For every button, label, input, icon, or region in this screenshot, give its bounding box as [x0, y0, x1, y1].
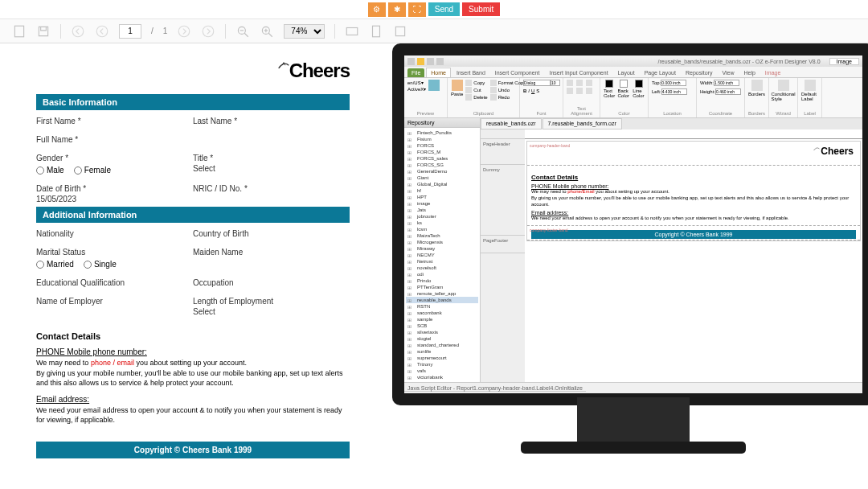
- loe-select[interactable]: Select: [193, 307, 350, 316]
- default-label-button[interactable]: Default Label: [801, 80, 818, 101]
- tree-item[interactable]: RSTN: [406, 303, 478, 310]
- height-input[interactable]: [715, 88, 741, 95]
- gear-icon[interactable]: ✱: [388, 2, 406, 17]
- prev-page-icon[interactable]: [95, 24, 109, 39]
- top-input[interactable]: [661, 80, 686, 86]
- tab-file[interactable]: File: [407, 68, 424, 77]
- tree-item[interactable]: Giant: [406, 175, 478, 181]
- tree-item[interactable]: FORCS_SG: [406, 162, 478, 168]
- tree-item[interactable]: image: [406, 200, 478, 207]
- tree-item[interactable]: Microgensis: [406, 239, 478, 245]
- tree-item[interactable]: sunlife: [406, 348, 478, 355]
- page-canvas[interactable]: company-header-band Cheers Contact Detai…: [525, 129, 862, 382]
- tree-item[interactable]: HPT: [406, 194, 478, 200]
- tree-item[interactable]: slogtel: [406, 335, 478, 342]
- tree-item[interactable]: standard_chartered: [406, 342, 478, 348]
- borders-button[interactable]: Borders: [748, 80, 765, 97]
- tab-insert-component[interactable]: Insert Component: [491, 68, 544, 77]
- align-left-icon[interactable]: [567, 80, 573, 86]
- tree-item[interactable]: Fisium: [406, 136, 478, 142]
- tab-home[interactable]: Home: [426, 68, 451, 77]
- page-number-input[interactable]: [119, 24, 141, 39]
- tree-item[interactable]: NECMY: [406, 252, 478, 258]
- pageheader-band-label[interactable]: PageHeader: [481, 139, 525, 165]
- tab-help[interactable]: Help: [739, 68, 759, 77]
- settings-icon[interactable]: ⚙: [368, 2, 386, 17]
- qat-save-icon[interactable]: [417, 58, 424, 65]
- submit-button[interactable]: Submit: [462, 2, 500, 16]
- zoom-select[interactable]: 74%: [284, 24, 325, 39]
- tree-item[interactable]: GeneralDemo: [406, 168, 478, 175]
- tree-item[interactable]: Jats: [406, 207, 478, 213]
- send-button[interactable]: Send: [428, 2, 460, 16]
- copy-button[interactable]: Copy: [465, 80, 487, 86]
- tree-item[interactable]: ks: [406, 220, 478, 226]
- conditional-style-button[interactable]: Conditional Style: [772, 80, 794, 101]
- qat-undo-icon[interactable]: [427, 58, 434, 65]
- pagefooter-band-label[interactable]: PageFooter: [481, 236, 525, 253]
- repository-tree[interactable]: Fintech_PunditsFisiumFORCSFORCS_MFORCS_s…: [404, 128, 480, 382]
- paste-icon[interactable]: [452, 80, 463, 91]
- tree-item[interactable]: vafs: [406, 368, 478, 374]
- dob-value[interactable]: 15/05/2023: [36, 195, 193, 203]
- tree-item[interactable]: Netrust: [406, 258, 478, 265]
- tree-item[interactable]: supremecourt: [406, 355, 478, 361]
- tree-item[interactable]: victoriabank: [406, 374, 478, 380]
- width-input[interactable]: [714, 80, 739, 86]
- tab-page-layout[interactable]: Page Layout: [641, 68, 680, 77]
- expand-icon[interactable]: ⛶: [408, 2, 426, 17]
- save-icon[interactable]: [36, 24, 51, 39]
- fit-width-icon[interactable]: [345, 24, 359, 39]
- tree-item[interactable]: PTTenGram: [406, 284, 478, 290]
- zoom-in-icon[interactable]: [260, 24, 274, 39]
- zoom-out-icon[interactable]: [235, 24, 250, 39]
- tab-image[interactable]: Image: [761, 68, 784, 77]
- align-right-icon[interactable]: [586, 80, 592, 86]
- next-page-icon[interactable]: [177, 24, 191, 39]
- cut-button[interactable]: Cut: [465, 87, 487, 93]
- align-bottom-icon[interactable]: [586, 88, 592, 94]
- tree-item[interactable]: Prindo: [406, 277, 478, 284]
- tab-insert-input[interactable]: Insert Input Component: [545, 68, 612, 77]
- title-select[interactable]: Select: [193, 164, 350, 173]
- tab-view[interactable]: View: [718, 68, 738, 77]
- gender-male-radio[interactable]: Male: [36, 166, 64, 175]
- tree-item[interactable]: zfl_sample_dc.ozr | adm: [406, 380, 478, 382]
- tree-item[interactable]: hf: [406, 187, 478, 194]
- text-color-button[interactable]: Text Color: [604, 80, 616, 98]
- tree-item[interactable]: Miraway: [406, 245, 478, 252]
- tree-item[interactable]: silveriaxis: [406, 329, 478, 335]
- tab-repository[interactable]: Repository: [682, 68, 716, 77]
- tool-icon[interactable]: [393, 24, 407, 39]
- marital-married-radio[interactable]: Married: [36, 260, 74, 269]
- tree-item[interactable]: jobrouter: [406, 213, 478, 220]
- tree-item[interactable]: sample: [406, 316, 478, 323]
- tree-item[interactable]: odi: [406, 271, 478, 277]
- font-size-input[interactable]: [551, 80, 560, 86]
- gender-female-radio[interactable]: Female: [74, 166, 111, 175]
- last-page-icon[interactable]: [201, 24, 215, 39]
- tree-item[interactable]: FORCS_sales: [406, 155, 478, 162]
- tree-item[interactable]: FORCS_M: [406, 149, 478, 155]
- align-middle-icon[interactable]: [576, 88, 583, 94]
- qat-redo-icon[interactable]: [436, 58, 444, 65]
- marital-single-radio[interactable]: Single: [84, 260, 117, 269]
- canvas-tab-2[interactable]: 7.reusable_bands_form.ozr: [542, 118, 622, 129]
- line-color-button[interactable]: Line Color: [633, 80, 645, 98]
- left-input[interactable]: [661, 88, 687, 95]
- dummy-band-label[interactable]: Dummy: [481, 165, 525, 236]
- document-icon[interactable]: [12, 24, 27, 39]
- tree-item[interactable]: MaizaTech: [406, 232, 478, 239]
- preview-icon[interactable]: [428, 80, 440, 91]
- first-page-icon[interactable]: [71, 24, 85, 39]
- tree-item[interactable]: Fintech_Pundits: [406, 129, 478, 136]
- tree-item[interactable]: reusable_bands: [406, 297, 478, 303]
- tree-item[interactable]: remote_teller_app: [406, 290, 478, 297]
- tree-item[interactable]: novelsoft: [406, 265, 478, 271]
- tree-item[interactable]: Trizony: [406, 361, 478, 368]
- font-name-input[interactable]: [523, 80, 551, 86]
- delete-button[interactable]: Delete: [465, 94, 487, 101]
- tree-item[interactable]: SCB: [406, 323, 478, 329]
- back-color-button[interactable]: Back Color: [618, 80, 631, 98]
- align-top-icon[interactable]: [567, 88, 573, 94]
